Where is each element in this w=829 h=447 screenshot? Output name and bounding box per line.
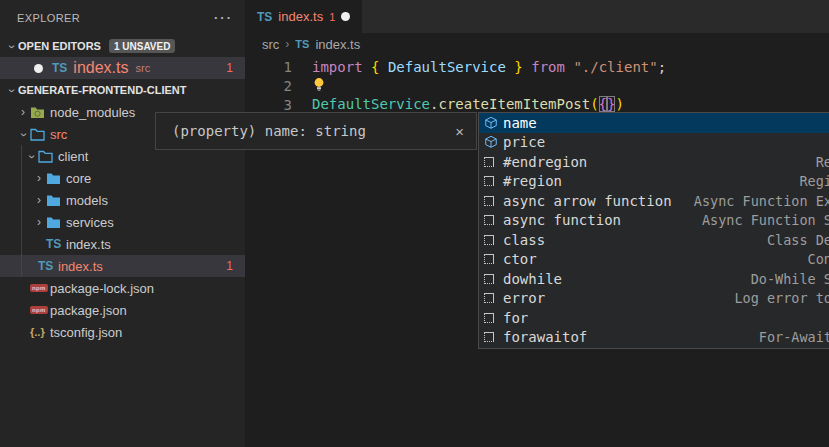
open-editor-item[interactable]: TS index.ts src 1	[0, 57, 245, 79]
symbol-snippet-icon	[484, 313, 494, 323]
tab-index-ts[interactable]: TS index.ts 1	[245, 0, 362, 33]
suggest-item-async-arrow-function[interactable]: async arrow functionAsync Function Expre…	[479, 191, 829, 211]
suggest-description: Region Start	[799, 173, 829, 189]
lightbulb-icon[interactable]	[312, 77, 326, 92]
folder-icon	[46, 172, 61, 185]
folder-icon	[46, 216, 61, 229]
tree-item-index-ts[interactable]: TSindex.ts	[0, 233, 245, 255]
typescript-file-icon: TS	[257, 10, 272, 24]
tree-item-label: index.ts	[66, 237, 111, 252]
code-line-2[interactable]: 2	[245, 76, 829, 95]
tab-bar: TS index.ts 1	[245, 0, 829, 33]
symbol-snippet-icon	[484, 196, 494, 206]
tree-item-label: core	[66, 171, 91, 186]
code-token	[363, 59, 371, 75]
tree-item-label: index.ts	[58, 259, 103, 274]
chevron-down-icon: ›	[5, 84, 19, 98]
tree-item-tsconfig-json[interactable]: {..}tsconfig.json	[0, 321, 245, 343]
vscode-window: EXPLORER ··· › OPEN EDITORS 1 UNSAVED TS…	[0, 0, 829, 447]
symbol-snippet-icon	[484, 176, 494, 186]
typescript-file-icon: TS	[38, 259, 53, 273]
code-token	[523, 59, 531, 75]
suggest-item-name[interactable]: name	[479, 113, 829, 133]
node-modules-folder-icon	[30, 106, 45, 119]
project-name-label: GENERATE-FRONTEND-CLIENT	[18, 84, 186, 96]
tree-item-models[interactable]: ›models	[0, 189, 245, 211]
more-actions-icon[interactable]: ···	[214, 10, 233, 25]
suggest-item-ctor[interactable]: ctorConstructor	[479, 250, 829, 270]
explorer-header: EXPLORER ···	[0, 0, 245, 35]
code-token: import	[312, 59, 363, 75]
tree-item-services[interactable]: ›services	[0, 211, 245, 233]
suggest-description: Async Function Expression	[694, 193, 829, 209]
open-editor-filename: index.ts	[73, 59, 128, 77]
suggest-item--endregion[interactable]: #endregionRegion End	[479, 152, 829, 172]
chevron-right-icon: ›	[285, 37, 289, 51]
breadcrumb-folder[interactable]: src	[262, 37, 279, 52]
suggest-label: for	[503, 310, 528, 326]
code-line-1[interactable]: 1import { DefaultService } from "./clien…	[245, 57, 829, 76]
tree-item-package-lock-json[interactable]: npmpackage-lock.json	[0, 277, 245, 299]
suggest-item-dowhile[interactable]: dowhileDo-While Statement	[479, 269, 829, 289]
explorer-sidebar: EXPLORER ··· › OPEN EDITORS 1 UNSAVED TS…	[0, 0, 245, 447]
typescript-file-icon: TS	[295, 38, 309, 50]
chevron-right-icon: ›	[16, 105, 30, 119]
suggest-label: name	[503, 115, 537, 131]
line-number: 2	[245, 78, 292, 94]
tree-item-index-ts[interactable]: TSindex.ts1	[0, 255, 245, 277]
code-token: (	[590, 96, 598, 112]
folder-open-icon	[30, 128, 45, 141]
suggest-label: forawaitof	[503, 329, 587, 345]
code-token	[379, 59, 387, 75]
code-token: createItemItemPost	[438, 96, 590, 112]
tree-item-label: package.json	[50, 303, 127, 318]
suggest-label: async arrow function	[503, 193, 672, 209]
tree-item-label: models	[66, 193, 108, 208]
tree-item-label: node_modules	[50, 105, 135, 120]
symbol-snippet-icon	[484, 215, 494, 225]
chevron-right-icon: ›	[32, 193, 46, 207]
breadcrumb-file[interactable]: index.ts	[315, 37, 360, 52]
tree-item-package-json[interactable]: npmpackage.json	[0, 299, 245, 321]
suggest-description: Log error to console	[734, 290, 829, 306]
explorer-title: EXPLORER	[17, 12, 80, 24]
suggest-description: For-Await-of Loop	[759, 329, 829, 345]
code-token: )	[615, 96, 623, 112]
suggest-item-error[interactable]: errorLog error to console	[479, 289, 829, 309]
typescript-file-icon: TS	[52, 61, 67, 75]
suggest-item-for[interactable]: forFor Loop	[479, 308, 829, 328]
suggest-description: Class Definition	[767, 232, 829, 248]
open-editors-section-header[interactable]: › OPEN EDITORS 1 UNSAVED	[0, 35, 245, 57]
open-editors-label: OPEN EDITORS	[18, 40, 101, 52]
code-area[interactable]: 1import { DefaultService } from "./clien…	[245, 55, 829, 114]
suggest-label: #region	[503, 173, 562, 189]
suggest-label: error	[503, 290, 545, 306]
suggest-item-price[interactable]: price	[479, 133, 829, 153]
suggest-label: #endregion	[503, 154, 587, 170]
hover-tooltip: (property) name: string ×	[155, 112, 477, 150]
npm-file-icon: npm	[30, 284, 48, 293]
suggest-description: Region End	[816, 154, 829, 170]
symbol-snippet-icon	[484, 274, 494, 284]
symbol-snippet-icon	[484, 157, 494, 167]
dirty-dot-icon[interactable]	[341, 12, 350, 21]
tree-item-core[interactable]: ›core	[0, 167, 245, 189]
chevron-down-icon: ›	[25, 150, 39, 164]
suggest-item--region[interactable]: #regionRegion Start	[479, 172, 829, 192]
code-token: DefaultService	[312, 96, 430, 112]
suggest-label: async function	[503, 212, 621, 228]
project-section-header[interactable]: › GENERATE-FRONTEND-CLIENT	[0, 79, 245, 101]
suggest-item-async-function[interactable]: async functionAsync Function Statement	[479, 211, 829, 231]
tree-item-label: client	[58, 149, 88, 164]
folder-icon	[46, 194, 61, 207]
hover-tooltip-text: (property) name: string	[172, 123, 366, 139]
suggest-label: ctor	[503, 251, 537, 267]
code-token: ;	[658, 59, 666, 75]
close-icon[interactable]: ×	[455, 123, 464, 140]
suggest-item-class[interactable]: classClass Definition	[479, 230, 829, 250]
folder-open-icon	[38, 150, 53, 163]
suggest-item-forawaitof[interactable]: forawaitofFor-Await-of Loop	[479, 328, 829, 348]
dirty-dot-icon[interactable]	[34, 64, 43, 73]
code-token: DefaultService	[388, 59, 506, 75]
line-number: 1	[245, 59, 292, 75]
